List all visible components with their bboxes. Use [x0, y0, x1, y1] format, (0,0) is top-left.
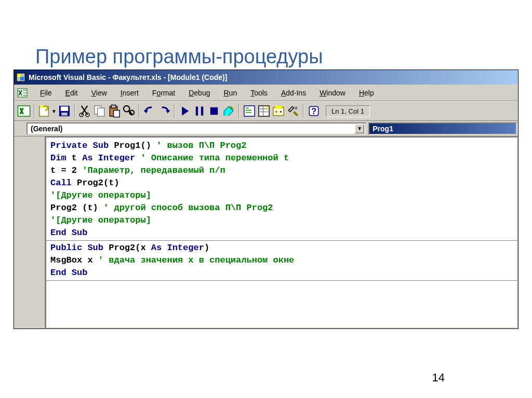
- svg-text:?: ?: [311, 107, 316, 116]
- procedure-separator: [46, 240, 517, 241]
- menu-help[interactable]: Help: [353, 88, 380, 98]
- margin-indicator-bar[interactable]: [14, 136, 45, 328]
- menu-insert[interactable]: Insert: [114, 88, 145, 98]
- procedure-selector[interactable]: Prog1: [368, 122, 517, 135]
- help-button[interactable]: ?: [307, 104, 321, 118]
- svg-rect-15: [111, 105, 116, 108]
- svg-rect-9: [61, 113, 68, 116]
- code-line: '[Другие операторы]: [50, 189, 513, 202]
- insert-module-button[interactable]: [38, 104, 51, 118]
- svg-rect-22: [244, 106, 255, 116]
- editor-wrap: Private Sub Prog1() ' вызов П\П Prog2 Di…: [14, 136, 518, 328]
- code-line: MsgBox x ' вдача значения x в специально…: [50, 254, 513, 267]
- svg-point-6: [40, 105, 43, 108]
- code-line: Prog2 (t) ' другой способ вызова П\П Pro…: [50, 202, 513, 214]
- titlebar[interactable]: Microsoft Visual Basic - Факультет.xls -…: [14, 70, 518, 85]
- menu-view[interactable]: View: [85, 88, 113, 98]
- svg-rect-13: [98, 108, 104, 116]
- separator: [238, 104, 240, 118]
- svg-rect-25: [275, 106, 282, 109]
- svg-point-10: [79, 113, 83, 117]
- properties-button[interactable]: [257, 104, 271, 118]
- object-selector-value: (General): [31, 125, 62, 133]
- page-number: 14: [432, 371, 445, 385]
- menu-window[interactable]: Window: [313, 88, 352, 98]
- cursor-position: Ln 1, Col 1: [326, 105, 370, 117]
- object-selector[interactable]: (General) ▼: [26, 122, 366, 135]
- menu-run[interactable]: Run: [217, 88, 243, 98]
- svg-rect-16: [114, 111, 120, 117]
- excel-icon: [17, 88, 28, 98]
- find-button[interactable]: [122, 104, 136, 118]
- code-line: '[Другие операторы]: [50, 214, 513, 227]
- menu-tools[interactable]: Tools: [244, 88, 274, 98]
- svg-rect-21: [210, 107, 218, 115]
- copy-button[interactable]: [93, 104, 107, 118]
- vb-ide-window: Microsoft Visual Basic - Факультет.xls -…: [14, 70, 518, 329]
- code-line: Dim t As Integer ' Описание типа перемен…: [50, 152, 513, 164]
- design-mode-button[interactable]: [222, 104, 235, 118]
- cut-button[interactable]: [78, 104, 92, 118]
- toolbox-button[interactable]: [286, 104, 300, 118]
- menu-debug[interactable]: Debug: [182, 88, 216, 98]
- svg-point-11: [86, 113, 89, 117]
- separator: [74, 104, 75, 118]
- paste-button[interactable]: [108, 104, 121, 118]
- code-line: t = 2 'Параметр, передаваемый п/п: [50, 164, 513, 177]
- code-selectors: (General) ▼ Prog1: [14, 121, 518, 136]
- break-button[interactable]: [193, 104, 206, 118]
- svg-point-26: [275, 111, 277, 113]
- redo-button[interactable]: [157, 104, 171, 118]
- reset-button[interactable]: [207, 104, 221, 118]
- svg-point-27: [280, 111, 282, 113]
- object-browser-button[interactable]: [272, 104, 285, 118]
- svg-rect-2: [20, 77, 24, 80]
- dropdown-arrow-icon[interactable]: ▼: [355, 124, 364, 133]
- code-line: Call Prog2(t): [50, 177, 513, 189]
- menu-addins[interactable]: Add-Ins: [275, 88, 312, 98]
- run-button[interactable]: [178, 104, 192, 118]
- slide-title: Пример программы-процедуры: [35, 46, 323, 68]
- menu-file[interactable]: File: [34, 88, 58, 98]
- separator: [303, 104, 304, 118]
- svg-rect-4: [18, 106, 30, 116]
- procedure-selector-value: Prog1: [373, 125, 393, 133]
- app-icon: [16, 73, 25, 82]
- menubar: File Edit View Insert Format Debug Run T…: [14, 85, 518, 101]
- titlebar-text: Microsoft Visual Basic - Факультет.xls -…: [29, 73, 227, 81]
- svg-rect-20: [201, 106, 203, 115]
- project-explorer-button[interactable]: [243, 104, 256, 118]
- svg-point-17: [124, 106, 130, 112]
- separator: [34, 104, 35, 118]
- separator: [174, 104, 175, 118]
- code-line: Public Sub Prog2(x As Integer): [50, 242, 513, 254]
- code-line: Private Sub Prog1() ' вызов П\П Prog2: [50, 140, 513, 152]
- code-line: End Sub: [50, 267, 513, 279]
- svg-point-28: [295, 106, 298, 109]
- menu-edit[interactable]: Edit: [59, 88, 84, 98]
- svg-rect-19: [196, 106, 198, 115]
- toolbar: ▼: [14, 101, 518, 121]
- undo-button[interactable]: [143, 104, 156, 118]
- save-button[interactable]: [58, 104, 71, 118]
- menu-format[interactable]: Format: [146, 88, 181, 98]
- view-excel-button[interactable]: [17, 104, 31, 118]
- separator: [139, 104, 140, 118]
- procedure-separator: [46, 280, 517, 281]
- code-editor[interactable]: Private Sub Prog1() ' вызов П\П Prog2 Di…: [45, 136, 518, 328]
- dropdown-arrow-icon[interactable]: ▼: [51, 108, 57, 114]
- code-line: End Sub: [50, 227, 513, 239]
- svg-rect-8: [61, 106, 68, 111]
